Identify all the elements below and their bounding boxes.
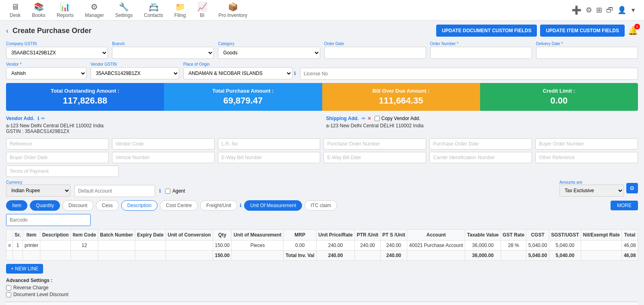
nav-reports[interactable]: 📊 Reports <box>51 2 79 18</box>
update-item-custom-fields-button[interactable]: UPDATE ITEM CUSTOM FIELDS <box>540 25 625 37</box>
gear-icon[interactable]: ⚙ <box>586 6 592 15</box>
document-level-discount-label[interactable]: Document Level Discount <box>6 292 638 297</box>
branch-select[interactable] <box>112 47 214 59</box>
buyer-order-date-input[interactable] <box>6 152 109 163</box>
reference-input[interactable] <box>6 138 109 149</box>
new-line-row: + NEW LINE <box>6 264 638 278</box>
purchase-order-date-input[interactable] <box>429 138 532 149</box>
lr-no-input[interactable] <box>218 138 321 149</box>
total-outstanding-card: Total Outstanding Amount : 117,826.88 <box>6 83 164 111</box>
nav-contacts[interactable]: 📇 Contacts <box>138 2 168 18</box>
col-sr: Sr. <box>13 230 23 241</box>
cell-account: 40021 Purchase Account <box>407 241 465 251</box>
currency-select[interactable]: Indian Rupee <box>6 185 70 197</box>
col-item: Item <box>23 230 40 241</box>
drag-handle[interactable]: ≡ <box>6 241 13 251</box>
other-reference-input[interactable] <box>535 152 638 163</box>
eway-bill-date-input[interactable] <box>323 152 426 163</box>
category-select[interactable]: Goods <box>218 47 320 59</box>
edit-icon[interactable]: ✏ <box>362 116 366 121</box>
new-line-button[interactable]: + NEW LINE <box>6 264 43 274</box>
grand-total-row: Grand Total(INR) 46,080.00 <box>6 301 638 305</box>
terms-of-payment-input[interactable] <box>6 166 119 177</box>
company-gstin-select[interactable]: 35AABCS1429B1ZX <box>6 47 108 59</box>
purchase-order-number-input[interactable] <box>323 138 426 149</box>
tab-description[interactable]: Description <box>121 200 157 211</box>
vendor-add-link[interactable]: Vendor Add. <box>6 116 34 121</box>
chevron-down-icon[interactable]: ▼ <box>630 7 636 13</box>
reverse-charge-checkbox[interactable] <box>6 285 11 290</box>
delivery-date-input[interactable]: 19/10/2021 <box>536 47 638 59</box>
agent-checkbox[interactable] <box>165 189 170 194</box>
cell-total: 46,08 <box>622 241 638 251</box>
barcode-input[interactable] <box>6 214 91 226</box>
place-of-origin-label: Place of Origin <box>183 62 296 66</box>
credit-limit-value: 0.00 <box>487 95 632 106</box>
buyer-order-number-input[interactable] <box>535 138 638 149</box>
eway-bill-number-input[interactable] <box>218 152 321 163</box>
nav-pro-inventory[interactable]: 📦 Pro Inventory <box>213 2 253 18</box>
currency-label: Currency <box>6 180 70 185</box>
back-button[interactable]: ‹ <box>6 27 8 35</box>
vendor-gstin-text: GSTIN : 35AABCS1429B1ZX <box>6 129 318 134</box>
column-settings-button[interactable]: ⚙ <box>626 183 638 193</box>
cell-item[interactable]: printer <box>23 241 40 251</box>
notification-badge[interactable]: 🔔 0 <box>628 26 638 35</box>
close-icon[interactable]: ✕ <box>367 116 371 121</box>
company-gstin-label: Company GSTIN <box>6 41 108 46</box>
total-inv-val-label: Total Inv. Val <box>284 251 316 261</box>
default-account-input[interactable] <box>75 185 155 197</box>
col-item-code: Item Code <box>71 230 98 241</box>
tab-freight-unit[interactable]: Freight/Unit <box>200 200 237 211</box>
copy-vendor-add-checkbox[interactable] <box>375 116 380 121</box>
vendor-code-input[interactable] <box>112 138 215 149</box>
col-qty: Qty <box>213 230 232 241</box>
tab-quantity[interactable]: Quantity <box>30 200 60 211</box>
col-total: Total <box>622 230 638 241</box>
contacts-icon: 📇 <box>149 2 159 12</box>
user-icon[interactable]: 👤 <box>617 6 626 15</box>
vendor-gstin-select[interactable]: 35AABCS1429B1ZX <box>91 67 179 79</box>
col-pts-unit: PT S /Unit <box>380 230 407 241</box>
manager-icon: ⚙ <box>91 2 98 12</box>
nav-settings[interactable]: 🔧 Settings <box>110 2 138 18</box>
nav-bi[interactable]: 📈 BI <box>192 2 213 18</box>
nav-desk[interactable]: 🖥 Desk <box>4 2 26 18</box>
tab-discount[interactable]: Discount <box>62 200 93 211</box>
carrier-id-input[interactable] <box>429 152 532 163</box>
tab-uom[interactable]: Unit Of Measurement <box>244 200 302 211</box>
nav-books[interactable]: 📚 Books <box>26 2 51 18</box>
document-level-discount-checkbox[interactable] <box>6 292 11 297</box>
vendor-select[interactable]: Ashish <box>6 67 87 79</box>
license-no-input[interactable] <box>300 68 638 80</box>
grid-icon[interactable]: ⊞ <box>596 6 602 15</box>
vendor-group: Vendor * Ashish <box>6 62 87 80</box>
tab-itc-claim[interactable]: ITC claim <box>304 200 337 211</box>
table-body: ≡ 1 printer 12 150.00 Pieces 0.00 240.00… <box>6 241 638 251</box>
cell-qty: 150.00 <box>213 241 232 251</box>
nav-filing[interactable]: 📁 Filing <box>169 2 192 18</box>
place-of-origin-select[interactable]: ANDAMAN & NICOBAR ISLANDS <box>183 67 292 79</box>
more-button[interactable]: MORE <box>611 201 638 210</box>
tab-cost-centre[interactable]: Cost Centre <box>160 200 198 211</box>
vehicle-number-input[interactable] <box>112 152 215 163</box>
delivery-date-group: Delivery Date * 19/10/2021 <box>536 41 638 59</box>
shipping-add-link[interactable]: Shipping Add. <box>326 116 359 121</box>
top-nav: 🖥 Desk 📚 Books 📊 Reports ⚙ Manager 🔧 Set… <box>0 0 644 21</box>
info-icon: ℹ <box>294 71 296 76</box>
nav-manager[interactable]: ⚙ Manager <box>79 2 110 18</box>
edit-icon[interactable]: ✏ <box>41 116 45 121</box>
tab-cess[interactable]: Cess <box>96 200 119 211</box>
address-section: Vendor Add. ℹ ✏ a-123 New Delhi Central … <box>6 116 638 134</box>
order-number-input[interactable] <box>430 47 532 59</box>
reverse-charge-label[interactable]: Reverse Charge <box>6 285 638 290</box>
order-date-input[interactable]: 21/10/2021 <box>324 47 426 59</box>
shipping-add-icons: ✏ ✕ Copy Vendor Add. <box>362 116 420 121</box>
add-icon[interactable]: ➕ <box>572 5 582 15</box>
cell-gst-rate: 28 % <box>501 241 526 251</box>
tab-item[interactable]: Item <box>6 200 27 211</box>
total-total: 46,08 <box>622 251 638 261</box>
amounts-are-select[interactable]: Tax Exclusive <box>559 185 624 197</box>
update-doc-custom-fields-button[interactable]: UPDATE DOCUMENT CUSTOM FIELDS <box>436 25 537 37</box>
window-icon[interactable]: 🗗 <box>606 6 613 15</box>
